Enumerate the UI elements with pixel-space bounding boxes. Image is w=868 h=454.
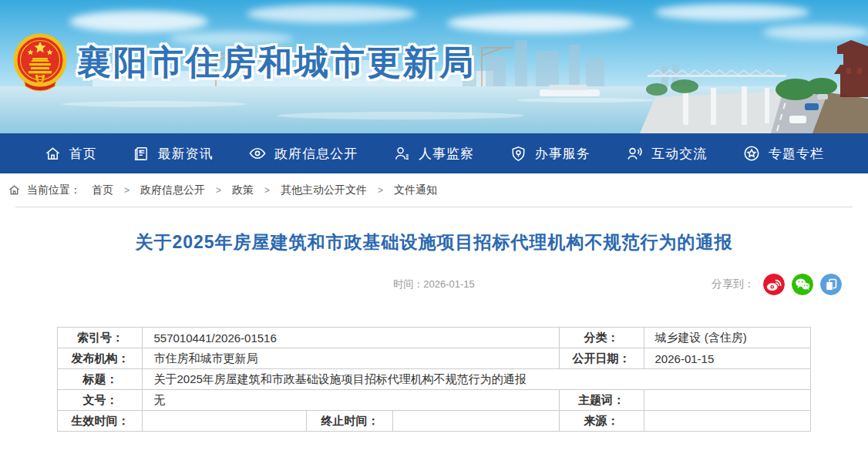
eye-icon (248, 144, 267, 163)
share-label: 分享到： (712, 277, 755, 291)
home-icon (44, 145, 62, 163)
doc-title-value: 关于2025年房屋建筑和市政基础设施项目招标代理机构不规范行为的通报 (143, 369, 810, 390)
publish-date-value: 2026-01-15 (644, 348, 810, 369)
publish-time-value: 2026-01-15 (423, 278, 475, 290)
breadcrumb-item-file-notice[interactable]: 文件通知 (394, 183, 437, 197)
nav-item-special-topics[interactable]: 专题专栏 (742, 144, 824, 163)
nav-item-label: 办事服务 (535, 145, 590, 163)
table-row: 生效时间： 终止时间： 来源： (58, 411, 810, 432)
news-icon (133, 145, 150, 163)
category-label: 分类： (559, 328, 644, 348)
copy-link-icon[interactable] (820, 274, 842, 295)
breadcrumb-item-other-public-files[interactable]: 其他主动公开文件 (281, 183, 367, 197)
breadcrumb-home-icon (8, 183, 21, 197)
table-row: 发布机构： 市住房和城市更新局 公开日期： 2026-01-15 (58, 348, 810, 369)
effective-date-value (143, 411, 307, 432)
breadcrumb-location-label: 当前位置： (27, 183, 81, 197)
source-label: 来源： (559, 411, 644, 432)
doc-number-value: 无 (143, 390, 559, 411)
issuing-agency-label: 发布机构： (58, 348, 143, 369)
national-emblem-icon (12, 32, 68, 92)
publish-date-label: 公开日期： (559, 348, 644, 369)
wechat-icon[interactable] (792, 274, 813, 295)
nav-item-services[interactable]: 办事服务 (510, 145, 590, 163)
issuing-agency-value: 市住房和城市更新局 (143, 348, 559, 369)
nav-item-label: 政府信息公开 (274, 145, 358, 163)
breadcrumb-separator: > (378, 185, 383, 196)
document-meta-table: 索引号： 557010441/2026-01516 分类： 城乡建设 (含住房)… (57, 327, 810, 432)
keywords-value (644, 390, 810, 411)
nav-item-interaction[interactable]: 互动交流 (625, 144, 707, 163)
publish-time-label: 时间： (393, 278, 423, 290)
person-icon (393, 145, 411, 163)
table-row: 索引号： 557010441/2026-01516 分类： 城乡建设 (含住房) (58, 328, 810, 348)
breadcrumb-item-policy[interactable]: 政策 (232, 183, 254, 197)
weibo-icon[interactable] (763, 274, 785, 295)
main-nav: 首页 最新资讯 政府信息公开 人事监察 办事服务 互动交流 (0, 133, 868, 173)
page-title: 关于2025年房屋建筑和市政基础设施项目招标代理机构不规范行为的通报 (0, 230, 868, 254)
nav-item-news[interactable]: 最新资讯 (133, 145, 214, 163)
nav-item-home[interactable]: 首页 (44, 145, 97, 163)
doc-number-label: 文号： (58, 390, 143, 411)
site-title: 襄阳市住房和城市更新局 (77, 40, 476, 86)
article-meta-row: 时间：2026-01-15 分享到： (0, 273, 868, 296)
site-banner: 襄阳市住房和城市更新局 (0, 0, 868, 133)
nav-item-label: 互动交流 (651, 145, 707, 163)
breadcrumb: 当前位置： 首页 > 政府信息公开 > 政策 > 其他主动公开文件 > 文件通知 (0, 173, 868, 207)
expiry-date-value (393, 411, 559, 432)
effective-date-label: 生效时间： (58, 411, 143, 432)
breadcrumb-separator: > (264, 185, 270, 196)
nav-item-gov-info[interactable]: 政府信息公开 (248, 144, 358, 163)
breadcrumb-separator: > (216, 185, 221, 196)
table-row: 文号： 无 主题词： (58, 390, 810, 411)
source-value (644, 411, 810, 432)
shield-icon (510, 145, 527, 163)
people-icon (625, 144, 644, 163)
nav-item-label: 首页 (69, 145, 97, 163)
index-number-label: 索引号： (58, 328, 143, 348)
table-row: 标题： 关于2025年房屋建筑和市政基础设施项目招标代理机构不规范行为的通报 (58, 369, 810, 390)
share-bar: 分享到： (712, 274, 842, 295)
nav-item-label: 最新资讯 (158, 145, 214, 163)
star-icon (742, 144, 761, 163)
breadcrumb-separator: > (124, 185, 130, 196)
doc-title-label: 标题： (58, 369, 143, 390)
nav-item-label: 专题专栏 (769, 145, 824, 163)
index-number-value: 557010441/2026-01516 (143, 328, 559, 348)
divider-line (15, 207, 853, 207)
expiry-date-label: 终止时间： (307, 411, 393, 432)
nav-item-label: 人事监察 (419, 145, 474, 163)
breadcrumb-item-home[interactable]: 首页 (92, 183, 113, 197)
keywords-label: 主题词： (559, 390, 644, 411)
category-value: 城乡建设 (含住房) (644, 328, 810, 348)
nav-item-personnel[interactable]: 人事监察 (393, 145, 474, 163)
breadcrumb-item-gov-info[interactable]: 政府信息公开 (140, 183, 205, 197)
